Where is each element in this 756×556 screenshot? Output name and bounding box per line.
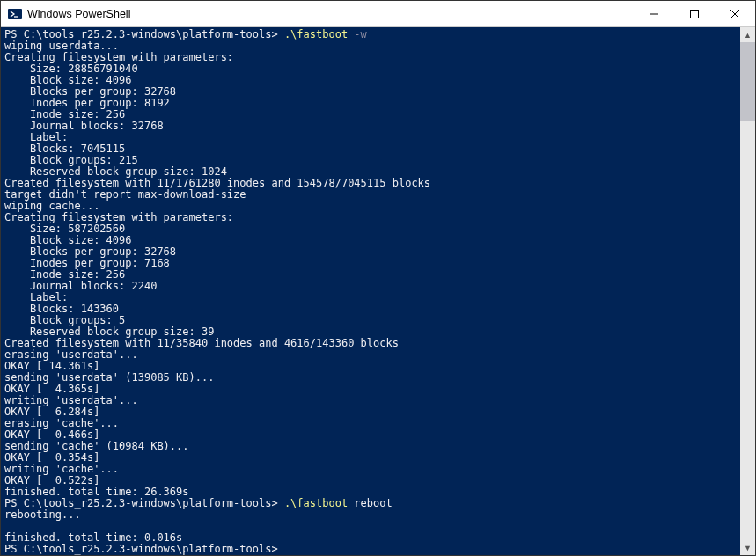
output-line: erasing 'cache'... — [4, 417, 119, 429]
maximize-icon — [690, 10, 699, 18]
output-line: Inode size: 256 — [4, 108, 125, 121]
scroll-down-button[interactable]: ▼ — [740, 540, 755, 555]
output-line: erasing 'userdata'... — [4, 348, 138, 361]
output-line: Creating filesystem with parameters: — [4, 51, 233, 63]
minimize-button[interactable] — [634, 1, 674, 27]
output-line: Label: — [4, 291, 68, 304]
output-line: Journal blocks: 2240 — [4, 280, 157, 292]
output-line: wiping cache... — [4, 200, 99, 212]
titlebar[interactable]: Windows PowerShell — [1, 1, 755, 27]
close-button[interactable] — [715, 1, 755, 27]
output-line: Inodes per group: 8192 — [4, 97, 170, 109]
output-line: OKAY [ 0.466s] — [4, 428, 99, 441]
output-line: Created filesystem with 11/1761280 inode… — [4, 177, 430, 189]
output-line: target didn't report max-download-size — [4, 188, 246, 201]
prompt-line: PS C:\tools_r25.2.3-windows\platform-too… — [4, 543, 290, 555]
output-line: Inodes per group: 7168 — [4, 257, 170, 269]
output-line: sending 'cache' (10984 KB)... — [4, 440, 189, 452]
output-line: Blocks per group: 32768 — [4, 245, 176, 258]
output-line: Blocks: 143360 — [4, 303, 119, 315]
output-line: Block groups: 215 — [4, 154, 138, 166]
output-line: Reserved block group size: 1024 — [4, 165, 227, 178]
maximize-button[interactable] — [674, 1, 715, 27]
output-line: Reserved block group size: 39 — [4, 326, 214, 338]
output-line: OKAY [ 6.284s] — [4, 406, 99, 418]
output-line: wiping userdata... — [4, 40, 119, 52]
output-line: finished. total time: 0.016s — [4, 531, 182, 544]
output-line: writing 'cache'... — [4, 463, 119, 475]
console-output[interactable]: PS C:\tools_r25.2.3-windows\platform-too… — [1, 27, 740, 555]
vertical-scrollbar[interactable]: ▲ ▼ — [740, 27, 755, 555]
prompt-line: PS C:\tools_r25.2.3-windows\platform-too… — [4, 497, 393, 509]
close-icon — [730, 10, 739, 18]
output-line: Blocks per group: 32768 — [4, 85, 176, 98]
svg-rect-3 — [691, 10, 699, 18]
output-line: Inode size: 256 — [4, 268, 125, 281]
output-line: finished. total time: 26.369s — [4, 486, 189, 498]
output-line: Blocks: 7045115 — [4, 143, 125, 155]
minimize-icon — [650, 10, 658, 18]
console-area: PS C:\tools_r25.2.3-windows\platform-too… — [1, 27, 755, 555]
output-line: Created filesystem with 11/35840 inodes … — [4, 337, 399, 349]
output-line: Size: 28856791040 — [4, 62, 138, 75]
output-line: Journal blocks: 32768 — [4, 120, 164, 132]
prompt-line: PS C:\tools_r25.2.3-windows\platform-too… — [4, 28, 367, 40]
output-line: OKAY [ 0.522s] — [4, 474, 99, 486]
output-line: writing 'userdata'... — [4, 394, 138, 406]
output-line: sending 'userdata' (139085 KB)... — [4, 371, 214, 384]
output-line: Block size: 4096 — [4, 234, 132, 246]
scroll-up-button[interactable]: ▲ — [740, 27, 755, 42]
output-line: OKAY [ 14.361s] — [4, 360, 99, 372]
output-line: rebooting... — [4, 508, 81, 521]
cursor — [284, 545, 290, 555]
output-line: Block groups: 5 — [4, 314, 125, 326]
output-line: Size: 587202560 — [4, 223, 125, 235]
powershell-icon — [8, 7, 22, 21]
output-line: OKAY [ 0.354s] — [4, 451, 99, 464]
output-line: Creating filesystem with parameters: — [4, 211, 233, 223]
output-line: OKAY [ 4.365s] — [4, 383, 99, 395]
output-line: Block size: 4096 — [4, 74, 132, 86]
output-line: Label: — [4, 131, 68, 143]
scroll-thumb[interactable] — [740, 42, 755, 121]
window-title: Windows PowerShell — [27, 8, 130, 20]
